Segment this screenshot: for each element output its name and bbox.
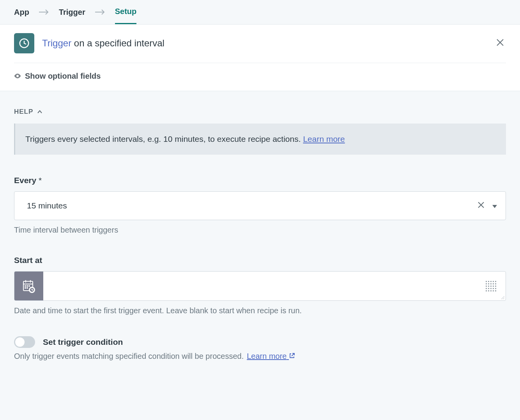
trigger-condition-learn-more-link[interactable]: Learn more: [247, 352, 295, 361]
toggle-knob: [15, 337, 25, 347]
resize-handle-icon[interactable]: [500, 295, 505, 300]
trigger-panel: Trigger on a specified interval Show opt…: [0, 25, 520, 91]
svg-rect-30: [488, 286, 489, 287]
close-button[interactable]: [494, 37, 506, 50]
svg-rect-37: [493, 288, 494, 289]
every-select[interactable]: 15 minutes: [14, 191, 506, 220]
external-link-icon: [289, 352, 295, 360]
start-at-label: Start at: [14, 256, 506, 265]
svg-rect-26: [490, 283, 492, 284]
every-label-text: Every: [14, 176, 36, 185]
required-marker: *: [39, 176, 42, 185]
svg-rect-21: [490, 281, 492, 282]
learn-more-text: Learn more: [247, 352, 287, 360]
svg-rect-42: [493, 290, 494, 291]
chevron-right-icon: [95, 9, 106, 22]
field-start-at: Start at: [14, 256, 506, 315]
help-learn-more-link[interactable]: Learn more: [303, 134, 345, 143]
start-at-hint: Date and time to start the first trigger…: [14, 306, 506, 315]
trigger-link[interactable]: Trigger: [42, 38, 71, 48]
svg-rect-43: [495, 290, 496, 291]
svg-rect-28: [495, 283, 496, 284]
svg-rect-19: [486, 281, 487, 282]
svg-rect-38: [495, 288, 496, 289]
svg-rect-23: [495, 281, 496, 282]
svg-rect-31: [490, 286, 492, 287]
tab-trigger[interactable]: Trigger: [59, 8, 85, 24]
chevron-up-icon: [37, 108, 42, 116]
svg-rect-27: [493, 283, 494, 284]
show-optional-fields-label: Show optional fields: [25, 72, 101, 81]
trigger-condition-hint: Only trigger events matching specified c…: [14, 352, 506, 361]
svg-line-46: [292, 353, 294, 356]
help-header-label: HELP: [14, 108, 33, 116]
svg-rect-25: [488, 283, 489, 284]
svg-rect-36: [490, 288, 492, 289]
svg-point-15: [25, 288, 26, 288]
help-section-toggle[interactable]: HELP: [14, 108, 42, 116]
every-value: 15 minutes: [27, 201, 475, 210]
panel-header: Trigger on a specified interval: [14, 33, 506, 63]
svg-line-45: [503, 298, 504, 299]
tab-bar: App Trigger Setup: [0, 0, 520, 25]
form-area: HELP Triggers every selected intervals, …: [0, 91, 520, 384]
every-label: Every *: [14, 176, 506, 185]
chevron-down-icon: [492, 201, 498, 210]
trigger-condition-hint-text: Only trigger events matching specified c…: [14, 352, 244, 361]
start-at-input[interactable]: [43, 272, 485, 300]
svg-rect-20: [488, 281, 489, 282]
tab-setup[interactable]: Setup: [115, 7, 137, 24]
svg-rect-41: [490, 290, 492, 291]
svg-rect-33: [495, 286, 496, 287]
svg-point-14: [29, 286, 30, 286]
svg-rect-29: [486, 286, 487, 287]
calendar-picker-button[interactable]: [14, 272, 43, 300]
tab-app[interactable]: App: [14, 8, 29, 24]
svg-rect-24: [486, 283, 487, 284]
svg-rect-34: [486, 288, 487, 289]
field-every: Every * 15 minutes Time interval between…: [14, 176, 506, 235]
trigger-condition-toggle[interactable]: [14, 336, 35, 348]
every-hint: Time interval between triggers: [14, 226, 506, 235]
panel-title: Trigger on a specified interval: [42, 38, 486, 49]
svg-rect-40: [488, 290, 489, 291]
show-optional-fields-toggle[interactable]: Show optional fields: [14, 63, 506, 81]
clear-button[interactable]: [475, 199, 487, 213]
trigger-condition-label: Set trigger condition: [43, 337, 123, 347]
svg-rect-35: [488, 288, 489, 289]
help-box: Triggers every selected intervals, e.g. …: [14, 124, 506, 155]
field-trigger-condition: Set trigger condition Only trigger event…: [14, 336, 506, 361]
svg-line-44: [501, 296, 504, 299]
svg-rect-22: [493, 281, 494, 282]
clock-icon: [14, 33, 34, 53]
svg-point-13: [27, 286, 28, 286]
svg-marker-7: [492, 205, 497, 208]
svg-point-16: [27, 288, 28, 288]
svg-point-12: [25, 286, 26, 286]
chevron-right-icon: [39, 9, 50, 22]
svg-rect-32: [493, 286, 494, 287]
help-text: Triggers every selected intervals, e.g. …: [25, 134, 303, 143]
svg-rect-39: [486, 290, 487, 291]
panel-title-rest: on a specified interval: [71, 38, 164, 48]
start-at-input-group: [14, 271, 506, 301]
eye-icon: [14, 72, 21, 81]
